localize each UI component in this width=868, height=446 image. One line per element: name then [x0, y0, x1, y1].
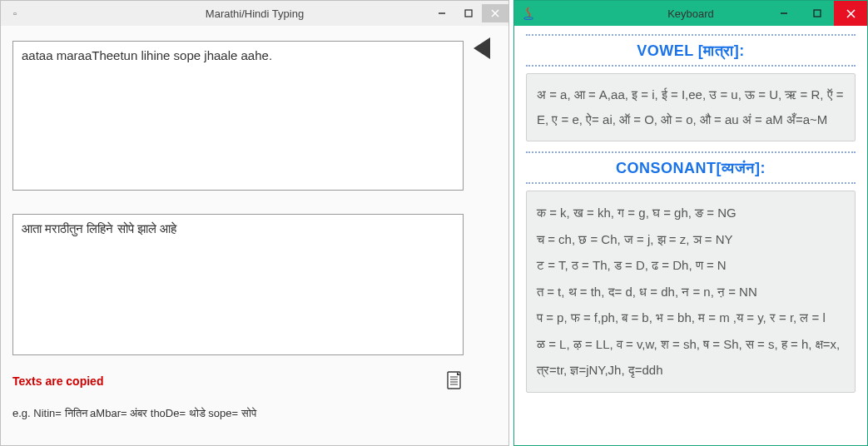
consonant-reference: क = k, ख = kh, ग = g, घ = gh, ङ = NG च =… [526, 191, 856, 393]
window-title: Keyboard [667, 7, 714, 20]
divider [526, 151, 856, 153]
divider [526, 182, 856, 184]
svg-rect-12 [814, 10, 821, 17]
back-arrow-icon[interactable] [470, 36, 495, 61]
typing-window: ▫ Marathi/Hindi Typing Texts are copied … [0, 0, 509, 446]
maximize-button[interactable] [801, 1, 834, 26]
java-icon [518, 5, 539, 22]
minimize-button[interactable] [429, 4, 455, 22]
vowel-heading: VOWEL [मात्रा]: [526, 42, 856, 60]
svg-point-10 [524, 17, 533, 20]
window-body: VOWEL [मात्रा]: अ = a, आ = A,aa, इ = i, … [514, 26, 867, 445]
maximize-button[interactable] [455, 4, 482, 22]
window-body: Texts are copied e.g. Nitin= नितिन aMbar… [1, 26, 508, 445]
window-title: Marathi/Hindi Typing [206, 7, 304, 20]
vowel-reference: अ = a, आ = A,aa, इ = i, ई = I,ee, उ = u,… [526, 73, 856, 141]
close-button[interactable] [482, 4, 508, 22]
status-text: Texts are copied [12, 374, 445, 388]
app-icon: ▫ [4, 5, 26, 22]
divider [526, 65, 856, 67]
devanagari-output[interactable] [12, 214, 464, 355]
consonant-heading: CONSONANT[व्यजंन]: [526, 160, 856, 177]
copy-icon[interactable] [445, 370, 464, 392]
svg-marker-4 [474, 37, 490, 59]
roman-input[interactable] [12, 41, 464, 191]
minimize-button[interactable] [767, 1, 801, 26]
svg-rect-1 [465, 10, 472, 17]
titlebar[interactable]: ▫ Marathi/Hindi Typing [1, 1, 508, 26]
divider [526, 34, 856, 36]
close-button[interactable] [834, 1, 867, 26]
keyboard-window: Keyboard VOWEL [मात्रा]: अ = a, आ = A,aa… [513, 0, 868, 446]
example-text: e.g. Nitin= नितिन aMbar= अंबर thoDe= थोड… [12, 407, 497, 420]
titlebar[interactable]: Keyboard [514, 1, 867, 26]
